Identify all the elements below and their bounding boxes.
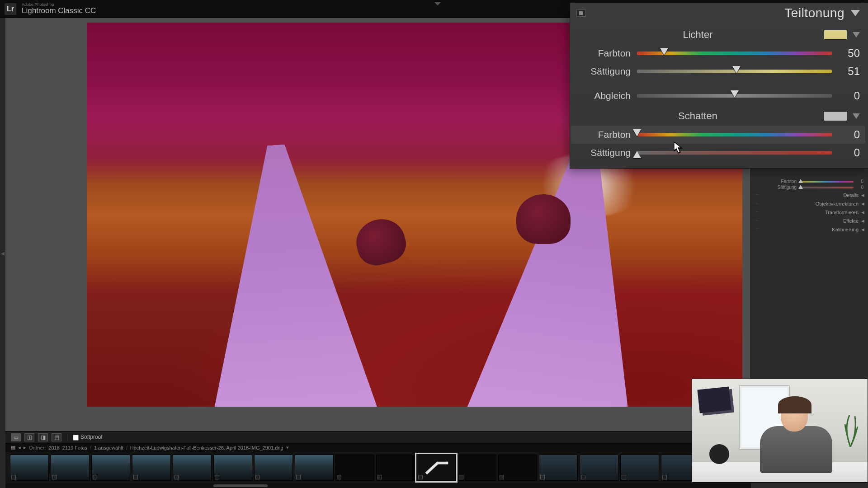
view-mode-loupe[interactable]: ▭ bbox=[11, 433, 21, 441]
app-name: Lightroom Classic CC bbox=[22, 7, 96, 15]
filmstrip-thumb[interactable] bbox=[620, 455, 659, 481]
filmstrip-thumb[interactable] bbox=[539, 455, 578, 481]
shadows-hue-label: Farbton bbox=[576, 129, 631, 140]
highlights-sat-slider[interactable] bbox=[637, 70, 832, 73]
folder-label: Ordner: bbox=[29, 445, 46, 450]
shadows-picker-icon[interactable] bbox=[853, 113, 860, 119]
shadows-swatch[interactable] bbox=[824, 111, 847, 121]
mini-hue-slider[interactable] bbox=[799, 181, 854, 183]
filmstrip-thumb[interactable] bbox=[173, 455, 212, 481]
mini-sat-value[interactable]: 0 bbox=[856, 185, 863, 190]
balance-slider[interactable] bbox=[637, 94, 832, 98]
webcam-overlay bbox=[692, 379, 868, 483]
left-panel-collapse[interactable]: ◂ bbox=[0, 18, 5, 488]
shadows-sat-slider[interactable] bbox=[637, 151, 832, 155]
balance-label: Abgleich bbox=[576, 90, 631, 101]
panel-section-kalibrierung[interactable]: ⋯Kalibrierung◀ bbox=[751, 225, 868, 234]
highlights-heading: Lichter bbox=[576, 29, 819, 41]
filmstrip[interactable] bbox=[5, 452, 750, 483]
filmstrip-thumb[interactable] bbox=[580, 455, 618, 481]
preview-region bbox=[190, 139, 381, 407]
view-mode-before-after[interactable]: ◨ bbox=[38, 433, 48, 441]
mini-hue-label: Farbton bbox=[781, 179, 797, 184]
filmstrip-thumb[interactable] bbox=[498, 455, 537, 481]
panel-section-objektivkorrekturen[interactable]: ⋯Objektivkorrekturen◀ bbox=[751, 199, 868, 208]
panel-section-transformieren[interactable]: ⋯Transformieren◀ bbox=[751, 208, 868, 216]
shadows-hue-slider[interactable] bbox=[637, 133, 832, 136]
filmstrip-thumb[interactable] bbox=[335, 455, 374, 481]
filmstrip-thumb[interactable] bbox=[91, 455, 130, 481]
app-logo: Lr bbox=[5, 3, 16, 15]
nav-prev-icon[interactable]: ◂ bbox=[18, 445, 21, 450]
shadows-hue-value[interactable]: 0 bbox=[838, 128, 860, 141]
mini-shadow-hue-row: Farbton 0 bbox=[751, 176, 868, 185]
filmstrip-thumb[interactable] bbox=[213, 455, 252, 481]
split-toning-panel: Teiltonung Lichter Farbton 50 Sättigung … bbox=[570, 2, 868, 169]
highlights-sat-label: Sättigung bbox=[576, 66, 631, 77]
panel-title[interactable]: Teiltonung bbox=[784, 6, 844, 20]
selected-count: 1 ausgewählt bbox=[94, 445, 123, 450]
highlights-swatch[interactable] bbox=[824, 30, 847, 40]
filmstrip-thumb[interactable] bbox=[417, 455, 456, 481]
highlights-picker-icon[interactable] bbox=[853, 32, 860, 38]
current-filename: Hochzeit-Ludwigshafen-Full-Benkesser-26.… bbox=[130, 445, 283, 450]
preview-region bbox=[351, 214, 410, 270]
shadows-sat-label: Sättigung bbox=[576, 147, 631, 158]
panel-collapse-icon[interactable] bbox=[851, 10, 860, 16]
shadows-heading: Schatten bbox=[576, 110, 819, 122]
mouse-cursor bbox=[674, 141, 683, 154]
filmstrip-scrollbar[interactable] bbox=[5, 483, 750, 488]
mini-hue-value[interactable]: 0 bbox=[856, 179, 863, 184]
shadows-sat-value[interactable]: 0 bbox=[838, 146, 860, 159]
photo-count: 2119 Fotos bbox=[62, 445, 87, 450]
toolbar: ▭ ◫ ◨ ▤ Softproof bbox=[5, 431, 750, 443]
folder-name[interactable]: 2018 bbox=[48, 445, 59, 450]
preview-region bbox=[516, 194, 571, 244]
nav-next-icon[interactable]: ▸ bbox=[24, 445, 26, 450]
highlights-hue-value[interactable]: 50 bbox=[838, 47, 860, 60]
filmstrip-thumb[interactable] bbox=[254, 455, 293, 481]
balance-value[interactable]: 0 bbox=[838, 89, 860, 102]
view-mode-survey[interactable]: ▤ bbox=[52, 433, 61, 441]
filmstrip-thumb[interactable] bbox=[295, 455, 334, 481]
mini-sat-slider[interactable] bbox=[799, 187, 854, 188]
highlights-hue-label: Farbton bbox=[576, 48, 631, 59]
highlights-hue-slider[interactable] bbox=[637, 52, 832, 55]
highlights-sat-value[interactable]: 51 bbox=[838, 65, 860, 78]
filmstrip-thumb[interactable] bbox=[458, 455, 496, 481]
filmstrip-thumb[interactable] bbox=[51, 455, 90, 481]
softproof-label: Softproof bbox=[80, 434, 103, 440]
mini-sat-label: Sättigung bbox=[778, 185, 797, 190]
panel-enable-toggle[interactable] bbox=[576, 9, 585, 17]
panel-section-details[interactable]: ⋯Details◀ bbox=[751, 191, 868, 199]
filmstrip-thumb[interactable] bbox=[10, 455, 49, 481]
grid-icon[interactable]: ▦ bbox=[11, 445, 15, 450]
mini-shadow-sat-row: Sättigung 0 bbox=[751, 185, 868, 191]
panel-section-effekte[interactable]: ⋯Effekte◀ bbox=[751, 216, 868, 225]
view-mode-compare[interactable]: ◫ bbox=[24, 433, 34, 441]
filmstrip-thumb[interactable] bbox=[132, 455, 171, 481]
filmstrip-thumb[interactable] bbox=[376, 455, 415, 481]
top-flyout-handle[interactable] bbox=[434, 2, 441, 5]
softproof-toggle[interactable]: Softproof bbox=[73, 434, 103, 440]
